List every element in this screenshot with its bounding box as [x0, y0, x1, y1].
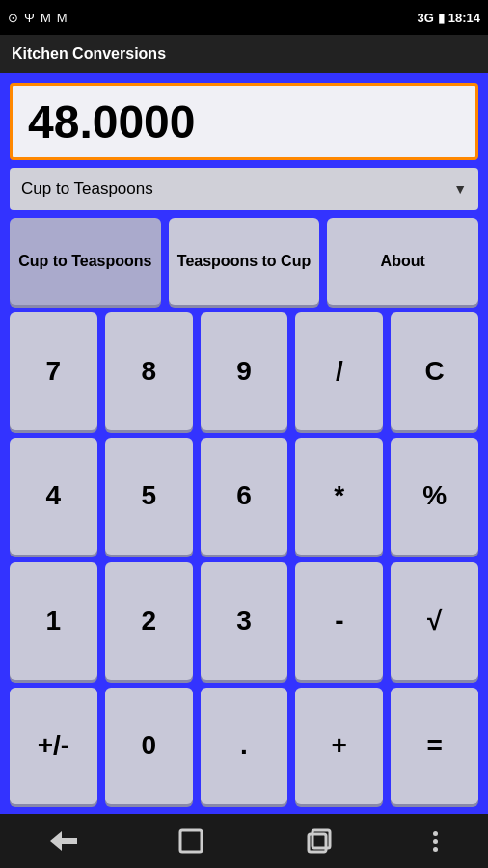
button-0[interactable]: 0 — [105, 688, 193, 805]
recents-button[interactable] — [286, 820, 352, 862]
button-equals[interactable]: = — [391, 688, 478, 805]
display-value: 48.0000 — [28, 95, 196, 149]
calc-row-4: +/- 0 . + = — [10, 688, 478, 805]
home-icon — [177, 827, 204, 854]
more-button[interactable] — [414, 824, 457, 859]
recents-icon — [306, 827, 333, 854]
dropdown-selected: Cup to Teaspoons — [21, 179, 153, 199]
gmail-icon: M — [41, 11, 51, 25]
button-multiply[interactable]: * — [295, 438, 383, 556]
button-add[interactable]: + — [295, 688, 383, 805]
conversion-buttons-row: Cup to Teaspoons Teaspoons to Cup About — [10, 218, 478, 305]
svg-rect-2 — [180, 830, 202, 852]
button-clear[interactable]: C — [391, 312, 478, 430]
button-8[interactable]: 8 — [105, 312, 193, 430]
button-5[interactable]: 5 — [105, 438, 193, 556]
signal-text: 3G — [417, 11, 433, 25]
cup-to-teaspoons-button[interactable]: Cup to Teaspoons — [10, 218, 161, 305]
status-bar: ⊙ Ψ M M 3G ▮ 18:14 — [0, 0, 488, 35]
button-2[interactable]: 2 — [105, 562, 193, 680]
button-sqrt[interactable]: √ — [391, 562, 478, 680]
usb-icon: Ψ — [24, 11, 35, 25]
button-percent[interactable]: % — [391, 438, 478, 556]
title-bar: Kitchen Conversions — [0, 35, 488, 73]
button-9[interactable]: 9 — [201, 312, 288, 430]
about-button[interactable]: About — [327, 218, 478, 305]
home-button[interactable] — [158, 820, 224, 862]
teaspoons-to-cup-button[interactable]: Teaspoons to Cup — [169, 218, 320, 305]
button-3[interactable]: 3 — [201, 562, 288, 680]
back-icon — [50, 831, 77, 851]
calc-row-2: 4 5 6 * % — [10, 438, 478, 556]
more-icon — [433, 831, 438, 852]
calculator-grid: 7 8 9 / C 4 5 6 — [10, 312, 478, 804]
main-content: 48.0000 Cup to Teaspoons ▼ Cup to Teaspo… — [0, 73, 488, 814]
battery-icon: ▮ — [438, 11, 445, 25]
button-decimal[interactable]: . — [201, 688, 288, 805]
button-7[interactable]: 7 — [10, 312, 97, 430]
button-4[interactable]: 4 — [10, 438, 97, 556]
back-button[interactable] — [31, 824, 96, 858]
button-1[interactable]: 1 — [10, 562, 97, 680]
time-display: 18:14 — [448, 11, 480, 25]
calc-row-1: 7 8 9 / C — [10, 312, 478, 430]
app-title: Kitchen Conversions — [12, 45, 166, 63]
status-bar-right: 3G ▮ 18:14 — [417, 11, 480, 25]
button-subtract[interactable]: - — [295, 562, 383, 680]
status-bar-left-icons: ⊙ Ψ M M — [8, 11, 68, 25]
gmail2-icon: M — [57, 11, 68, 25]
navigation-bar — [0, 814, 488, 868]
chevron-down-icon: ▼ — [453, 181, 467, 197]
conversion-dropdown[interactable]: Cup to Teaspoons ▼ — [10, 168, 478, 210]
button-divide[interactable]: / — [295, 312, 383, 430]
button-plusminus[interactable]: +/- — [10, 688, 97, 805]
svg-rect-1 — [60, 838, 77, 844]
calculator-display: 48.0000 — [10, 83, 478, 160]
button-6[interactable]: 6 — [201, 438, 288, 556]
android-icon: ⊙ — [8, 11, 18, 25]
calc-row-3: 1 2 3 - √ — [10, 562, 478, 680]
